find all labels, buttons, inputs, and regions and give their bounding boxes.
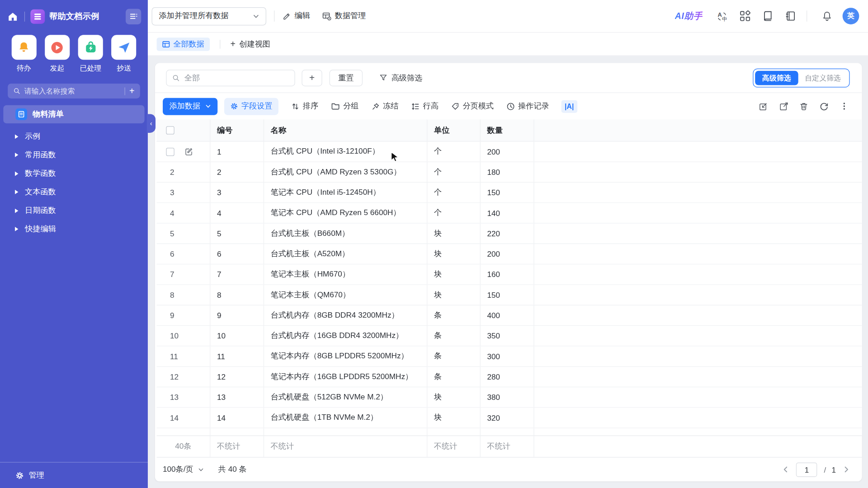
tree-item-math-functions[interactable]: 数学函数 [0,164,148,183]
ai-field-button[interactable]: |A| [561,100,577,113]
table-row[interactable]: 5 5 台式机主板（B660M） 块 220 [157,224,862,244]
row-checkbox[interactable] [166,147,174,155]
stats-cell[interactable]: 不统计 [481,436,534,457]
tree-item-text-functions[interactable]: 文本函数 [0,183,148,202]
notification-bell-icon[interactable] [821,10,832,21]
tree-item-common-functions[interactable]: 常用函数 [0,146,148,164]
prev-page-icon[interactable] [783,466,790,473]
permission-view-select[interactable]: 添加并管理所有数据 [152,7,266,25]
row-edit-icon[interactable] [184,147,193,156]
sort-label: 排序 [303,101,318,111]
sidebar-collapse-handle[interactable]: ‹ [146,114,156,133]
tab-all-data[interactable]: 全部数据 [157,38,210,51]
edit-button[interactable]: 编辑 [282,11,310,21]
reset-button[interactable]: 重置 [330,70,363,86]
stats-cell[interactable]: 不统计 [264,436,427,457]
advanced-filter-button[interactable]: 高级筛选 [379,73,423,83]
sidebar-manage-button[interactable]: 管理 [0,462,148,488]
table-row[interactable]: 4 4 笔记本 CPU（AMD Ryzen 5 6600H） 个 140 [157,203,862,223]
table-row[interactable]: 2 2 台式机 CPU（AMD Ryzen 3 5300G） 个 180 [157,162,862,183]
table-row[interactable]: 11 11 笔记本内存（8GB LPDDR5 5200MHz） 条 300 [157,347,862,367]
table-row[interactable]: 10 10 台式机内存（16GB DDR4 3200MHz） 条 350 [157,326,862,346]
stats-cell[interactable]: 不统计 [427,436,481,457]
tree-item-date-functions[interactable]: 日期函数 [0,202,148,220]
app-logo-icon[interactable] [30,9,45,23]
table-row[interactable]: 9 9 台式机内存（8GB DDR4 3200MHz） 条 400 [157,305,862,326]
table-row[interactable]: 3 3 笔记本 CPU（Intel i5-12450H） 个 150 [157,183,862,203]
table-row[interactable]: 14 14 台式机硬盘（1TB NVMe M.2） 块 320 [157,408,862,428]
cell-no: 14 [210,408,264,427]
stats-cell[interactable]: 不统计 [210,436,264,457]
filter-mode-custom[interactable]: 自定义筛选 [798,70,848,85]
notebook-icon[interactable] [785,10,796,21]
quick-action-initiate[interactable]: 发起 [43,35,71,73]
table-row[interactable]: 13 13 台式机硬盘（512GB NVMe M.2） 块 380 [157,387,862,408]
sidebar: 帮助文档示例 待办 发起 已处理 [0,0,148,488]
data-manage-icon [322,11,332,21]
operation-log-button[interactable]: 操作记录 [506,101,549,111]
field-settings-button[interactable]: 字段设置 [224,98,278,115]
import-icon[interactable] [759,102,768,111]
table-row[interactable]: 8 8 笔记本主板（QM670） 块 150 [157,285,862,305]
sidebar-item-label: 物料清单 [33,109,64,119]
freeze-button[interactable]: 冻结 [372,101,399,111]
select-all-checkbox[interactable] [166,126,174,134]
user-avatar[interactable]: 英 [843,8,859,24]
add-data-button[interactable]: 添加数据 [163,98,217,115]
tree-item-label: 示例 [25,131,40,141]
table-row-partial[interactable]: 15 [157,428,862,436]
create-view-button[interactable]: + 创建视图 [230,39,270,49]
add-sheet-icon[interactable]: + [129,87,134,96]
row-index: 12 [157,367,211,387]
delete-icon[interactable] [799,102,808,111]
cell-unit: 块 [427,285,481,305]
apps-grid-icon[interactable] [740,10,750,21]
translate-icon[interactable]: A中 [716,10,728,22]
cell-no: 2 [210,162,264,182]
quick-action-label: 抄送 [117,63,131,73]
pencil-icon [282,12,291,21]
more-kebab-icon[interactable] [840,102,849,111]
table-row[interactable]: 1 台式机 CPU（Intel i3-12100F） 个 200 [157,141,862,162]
quick-action-cc[interactable]: 抄送 [110,35,138,73]
sidebar-menu-button[interactable] [126,9,141,24]
row-height-button[interactable]: 行高 [411,101,439,111]
ai-assistant-button[interactable]: AI助手 [675,10,703,22]
current-page-input[interactable]: 1 [796,462,817,477]
cell-unit: 个 [427,203,481,223]
cell-no [210,428,264,436]
column-header: 数量 [481,119,534,141]
cell-name: 台式机硬盘（1TB NVMe M.2） [264,408,427,427]
topbar-divider [274,10,274,21]
next-page-icon[interactable] [843,466,850,473]
sort-button[interactable]: 排序 [291,101,318,111]
pagination-mode-button[interactable]: 分页模式 [451,101,494,111]
cell-qty: 300 [481,347,534,366]
data-manage-button[interactable]: 数据管理 [322,11,366,21]
tree-item-examples[interactable]: 示例 [0,127,148,146]
filter-mode-advanced[interactable]: 高级筛选 [755,70,798,85]
home-icon[interactable] [7,10,19,23]
edit-label: 编辑 [294,11,310,21]
group-button[interactable]: 分组 [331,101,359,111]
table-search-input[interactable]: 全部 [166,70,295,86]
table-row[interactable]: 6 6 台式机主板（A520M） 块 200 [157,244,862,264]
export-icon[interactable] [779,102,788,111]
quick-action-processed[interactable]: 已处理 [77,35,104,73]
tree-item-quick-edit[interactable]: 快捷编辑 [0,220,148,239]
sidebar-search-input[interactable]: 请输入名称搜索 + [8,84,140,99]
table-row[interactable]: 7 7 笔记本主板（HM670） 块 160 [157,264,862,285]
handbook-icon[interactable] [762,10,773,21]
sidebar-item-material-list[interactable]: 物料清单 [3,105,144,123]
refresh-icon[interactable] [819,102,829,111]
folder-icon [331,102,340,111]
page-size-select[interactable]: 100条/页 [163,465,204,474]
quick-action-todo[interactable]: 待办 [10,35,38,73]
add-filter-button[interactable]: + [302,70,322,86]
cell-unit: 条 [427,347,481,366]
pin-icon [372,102,380,110]
table-row[interactable]: 12 12 笔记本内存（16GB LPDDR5 5200MHz） 条 280 [157,367,862,387]
filter-row: 全部 + 重置 高级筛选 高级筛选 自定义筛选 [155,63,862,93]
caret-right-icon [15,134,18,139]
pagination-mode-label: 分页模式 [463,101,494,111]
